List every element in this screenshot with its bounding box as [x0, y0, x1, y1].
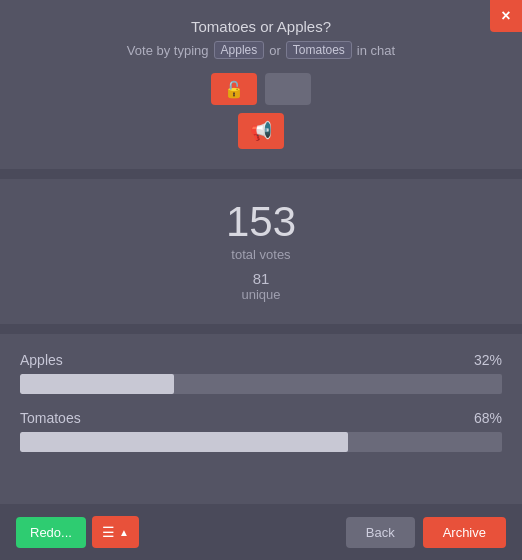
chevron-icon: ▲ [119, 527, 129, 538]
close-button[interactable]: × [490, 0, 522, 32]
result-header-apples: Apples 32% [20, 352, 502, 368]
result-header-tomatoes: Tomatoes 68% [20, 410, 502, 426]
footer-right: Back Archive [346, 517, 506, 548]
close-icon: × [501, 8, 510, 24]
total-votes-label: total votes [231, 247, 290, 262]
menu-button[interactable]: ☰ ▲ [92, 516, 139, 548]
results-section: Apples 32% Tomatoes 68% [0, 334, 522, 504]
poll-title: Tomatoes or Apples? [191, 18, 331, 35]
lock-icon: 🔓 [224, 80, 244, 99]
redo-button[interactable]: Redo... [16, 517, 86, 548]
result-percent-apples: 32% [474, 352, 502, 368]
result-label-apples: Apples [20, 352, 63, 368]
unique-votes-label: unique [241, 287, 280, 302]
option2-tag: Tomatoes [286, 41, 352, 59]
megaphone-icon: 📢 [250, 120, 272, 142]
announce-button[interactable]: 📢 [238, 113, 284, 149]
vote-counts-section: 153 total votes 81 unique [0, 179, 522, 324]
total-votes-number: 153 [226, 201, 296, 243]
progress-track-tomatoes [20, 432, 502, 452]
progress-track-apples [20, 374, 502, 394]
unique-votes-container: 81 unique [241, 270, 280, 302]
result-row-apples: Apples 32% [20, 352, 502, 394]
menu-icon: ☰ [102, 524, 115, 540]
poll-instruction: Vote by typing Apples or Tomatoes in cha… [127, 41, 395, 59]
archive-button[interactable]: Archive [423, 517, 506, 548]
poll-modal: × Tomatoes or Apples? Vote by typing App… [0, 0, 522, 560]
instruction-prefix: Vote by typing [127, 43, 209, 58]
progress-fill-apples [20, 374, 174, 394]
result-row-tomatoes: Tomatoes 68% [20, 410, 502, 452]
instruction-suffix: in chat [357, 43, 395, 58]
poll-header-section: Tomatoes or Apples? Vote by typing Apple… [0, 0, 522, 169]
instruction-or: or [269, 43, 281, 58]
footer: Redo... ☰ ▲ Back Archive [0, 504, 522, 560]
back-button[interactable]: Back [346, 517, 415, 548]
lock-toggle-button[interactable]: 🔓 [211, 73, 257, 105]
result-label-tomatoes: Tomatoes [20, 410, 81, 426]
unique-votes-number: 81 [241, 270, 280, 287]
option1-tag: Apples [214, 41, 265, 59]
progress-fill-tomatoes [20, 432, 348, 452]
toggle-track [265, 73, 311, 105]
footer-left: Redo... ☰ ▲ [16, 516, 139, 548]
lock-toggle-row: 🔓 [211, 73, 311, 105]
result-percent-tomatoes: 68% [474, 410, 502, 426]
